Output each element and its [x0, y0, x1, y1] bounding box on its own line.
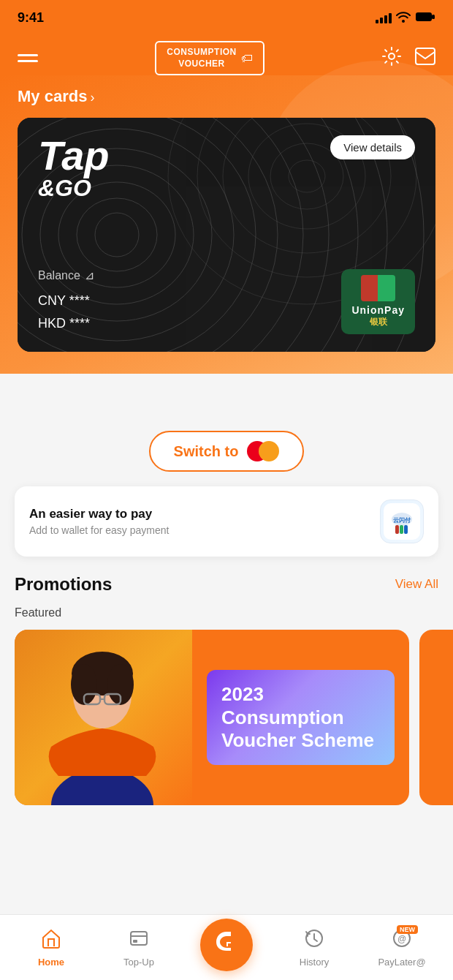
unionpay-text: UnionPay: [351, 304, 405, 316]
featured-label: Featured: [15, 606, 438, 619]
svg-rect-29: [395, 525, 399, 534]
bottom-nav: Home Top-Up: [0, 914, 453, 980]
orange-hero-section: My cards ›: [0, 75, 453, 410]
svg-rect-31: [404, 525, 408, 534]
nav-center: [183, 919, 270, 977]
unionpay-cn: 银联: [370, 316, 387, 328]
promo-year-text: 2023 Consumption: [221, 683, 380, 728]
unionpay-logo: UnionPay 银联: [341, 269, 415, 334]
hkd-balance: HKD ****: [38, 312, 94, 335]
home-label: Home: [38, 957, 64, 968]
promo-card-content: 2023 Consumption Voucher Scheme: [15, 630, 409, 805]
promo-scheme-text: Voucher Scheme: [221, 729, 380, 752]
easy-pay-text: An easier way to pay Add to wallet for e…: [29, 507, 169, 536]
nav-item-topup[interactable]: Top-Up: [95, 922, 183, 973]
easy-pay-title: An easier way to pay: [29, 507, 169, 521]
nav-item-paylater[interactable]: @ NEW PayLater@: [358, 922, 446, 973]
switch-to-button[interactable]: Switch to: [149, 431, 305, 472]
status-time: 9:41: [18, 10, 44, 26]
switch-to-label: Switch to: [174, 443, 239, 460]
nav-item-history[interactable]: History: [270, 922, 358, 973]
promotions-section: Promotions View All Featured: [0, 574, 453, 805]
tap-go-logo: Tap &GO: [38, 135, 109, 200]
promo-card-featured[interactable]: 2023 Consumption Voucher Scheme: [15, 630, 409, 805]
card-bottom: Balance ⊿ CNY **** HKD ****: [38, 268, 415, 334]
view-all-button[interactable]: View All: [395, 577, 438, 592]
mc-circle-right: [259, 441, 279, 461]
my-cards-link[interactable]: My cards ›: [18, 87, 435, 106]
nav-center-button[interactable]: [200, 919, 253, 971]
svg-point-2: [389, 53, 395, 59]
svg-rect-0: [416, 12, 432, 21]
my-cards-label: My cards: [18, 87, 87, 106]
promotions-header: Promotions View All: [15, 574, 438, 595]
card-balance-area: Balance ⊿ CNY **** HKD ****: [38, 268, 94, 334]
new-badge: NEW: [397, 925, 418, 934]
hamburger-menu[interactable]: [18, 54, 38, 62]
white-section: Switch to An easier way to pay Add to wa…: [0, 374, 453, 805]
balance-label: Balance ⊿: [38, 268, 94, 282]
view-details-button[interactable]: View details: [330, 135, 415, 159]
status-icons: [376, 11, 435, 25]
home-icon: [41, 928, 61, 954]
cny-balance: CNY ****: [38, 290, 94, 312]
wifi-icon: [396, 11, 411, 25]
promo-text-area: 2023 Consumption Voucher Scheme: [192, 655, 409, 780]
easy-pay-banner[interactable]: An easier way to pay Add to wallet for e…: [15, 486, 438, 557]
voucher-btn-line2: VOUCHER: [167, 59, 237, 70]
signal-icon: [376, 12, 392, 23]
voucher-button[interactable]: CONSUMPTION VOUCHER 🏷: [155, 41, 264, 75]
my-cards-chevron-icon: ›: [90, 90, 94, 105]
mastercard-icon: [247, 441, 279, 461]
history-icon: [304, 928, 324, 954]
paylater-icon: @ NEW: [392, 928, 412, 954]
svg-rect-42: [131, 932, 147, 945]
tag-icon: 🏷: [241, 52, 253, 65]
promotions-title: Promotions: [15, 574, 112, 595]
promo-cards-row: 2023 Consumption Voucher Scheme: [15, 630, 438, 805]
tap-go-card[interactable]: Tap &GO View details Balance ⊿ CNY ****: [18, 118, 435, 352]
card-content: Tap &GO View details Balance ⊿ CNY ****: [18, 118, 435, 352]
paylater-label: PayLater@: [378, 957, 425, 968]
svg-rect-1: [432, 15, 435, 19]
go-logo: [210, 926, 243, 964]
card-top: Tap &GO View details: [38, 135, 415, 200]
promo-person-area: [15, 630, 192, 805]
card-container: Tap &GO View details Balance ⊿ CNY ****: [18, 118, 435, 352]
yunpay-icon: 云闪付: [380, 500, 424, 543]
topup-icon: [129, 928, 149, 954]
topup-label: Top-Up: [123, 957, 154, 968]
history-label: History: [300, 957, 329, 968]
status-bar: 9:41: [0, 0, 453, 32]
easy-pay-subtitle: Add to wallet for easy payment: [29, 524, 169, 536]
svg-text:云闪付: 云闪付: [393, 517, 411, 524]
battery-icon: [415, 12, 435, 24]
svg-rect-3: [416, 48, 435, 64]
voucher-btn-line1: CONSUMPTION: [167, 47, 237, 59]
switch-to-container: Switch to: [0, 410, 453, 486]
svg-text:@: @: [397, 934, 406, 944]
svg-rect-44: [133, 940, 137, 943]
promo-person-bg: [15, 630, 192, 805]
nav-item-home[interactable]: Home: [7, 922, 95, 973]
promo-text-box: 2023 Consumption Voucher Scheme: [207, 670, 395, 765]
mail-icon[interactable]: [415, 48, 435, 69]
promo-card-next[interactable]: [419, 630, 453, 805]
svg-rect-30: [400, 525, 403, 534]
